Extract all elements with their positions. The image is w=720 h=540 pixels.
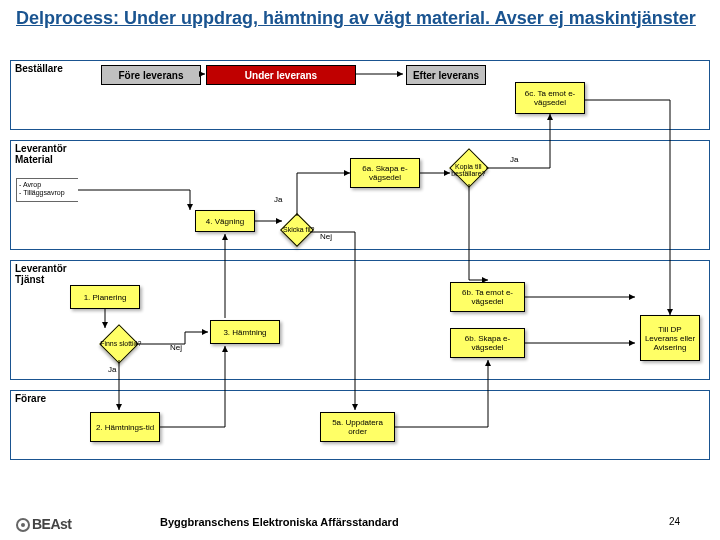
lane-label: Beställare — [15, 63, 63, 74]
box-6b-sk: 6b. Skapa e-vägsedel — [450, 328, 525, 358]
label-ja: Ja — [274, 195, 282, 204]
page-title: Delprocess: Under uppdrag, hämtning av v… — [0, 0, 720, 32]
box-6b-ta: 6b. Ta emot e-vägsedel — [450, 282, 525, 312]
lane-leverantor-tjanst: Leverantör Tjänst — [10, 260, 710, 380]
page-number: 24 — [669, 516, 680, 527]
logo-icon — [16, 518, 30, 532]
label-ja: Ja — [510, 155, 518, 164]
phase-during: Under leverans — [206, 65, 356, 85]
bracket-avrop: - Avrop - Tilläggsavrop — [16, 178, 78, 202]
box-2: 2. Hämtnings-tid — [90, 412, 160, 442]
box-5a: 5a. Uppdatera order — [320, 412, 395, 442]
box-4: 4. Vägning — [195, 210, 255, 232]
footer: BEAst Byggbranschens Elektroniska Affärs… — [0, 514, 720, 534]
phase-before: Före leverans — [101, 65, 201, 85]
footer-text: Byggbranschens Elektroniska Affärsstanda… — [160, 516, 399, 528]
label-nej: Nej — [320, 232, 332, 241]
logo: BEAst — [16, 516, 72, 532]
phase-after: Efter leverans — [406, 65, 486, 85]
box-6a: 6a. Skapa e-vägsedel — [350, 158, 420, 188]
box-6c: 6c. Ta emot e-vägsedel — [515, 82, 585, 114]
label-nej: Nej — [170, 343, 182, 352]
lane-label: Förare — [15, 393, 46, 404]
swimlane-diagram: Beställare Före leverans Under leverans … — [10, 60, 710, 500]
label-ja: Ja — [108, 365, 116, 374]
lane-label: Leverantör Material — [15, 143, 75, 165]
lane-leverantor-material: Leverantör Material — [10, 140, 710, 250]
box-1: 1. Planering — [70, 285, 140, 309]
box-dp: Till DP Leverans eller Avisering — [640, 315, 700, 361]
lane-bestallare: Beställare Före leverans Under leverans … — [10, 60, 710, 130]
box-3: 3. Hämtning — [210, 320, 280, 344]
lane-label: Leverantör Tjänst — [15, 263, 75, 285]
